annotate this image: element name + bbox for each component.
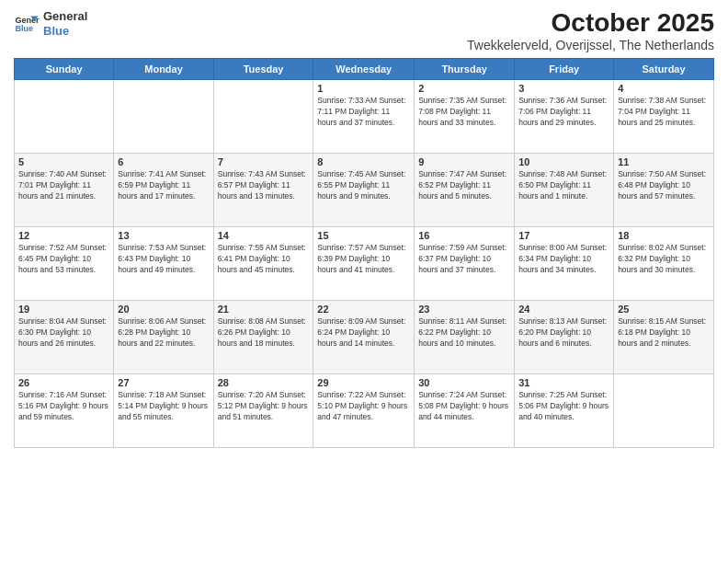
day-info: Sunrise: 7:36 AM Sunset: 7:06 PM Dayligh…	[518, 96, 609, 129]
day-info: Sunrise: 7:16 AM Sunset: 5:16 PM Dayligh…	[18, 390, 109, 423]
day-number: 29	[317, 377, 410, 388]
day-number: 21	[218, 304, 310, 315]
calendar-cell: 7Sunrise: 7:43 AM Sunset: 6:57 PM Daylig…	[213, 153, 313, 226]
day-info: Sunrise: 7:57 AM Sunset: 6:39 PM Dayligh…	[317, 243, 410, 276]
day-info: Sunrise: 7:22 AM Sunset: 5:10 PM Dayligh…	[317, 390, 410, 423]
calendar-header-row: Sunday Monday Tuesday Wednesday Thursday…	[15, 58, 714, 79]
day-info: Sunrise: 7:47 AM Sunset: 6:52 PM Dayligh…	[418, 169, 510, 202]
calendar-cell	[213, 79, 313, 153]
day-number: 13	[118, 230, 209, 241]
day-number: 9	[418, 156, 510, 167]
calendar-cell: 27Sunrise: 7:18 AM Sunset: 5:14 PM Dayli…	[114, 373, 213, 447]
day-info: Sunrise: 8:13 AM Sunset: 6:20 PM Dayligh…	[518, 316, 609, 350]
day-info: Sunrise: 7:25 AM Sunset: 5:06 PM Dayligh…	[518, 390, 609, 423]
calendar-cell: 30Sunrise: 7:24 AM Sunset: 5:08 PM Dayli…	[415, 373, 515, 447]
day-info: Sunrise: 7:24 AM Sunset: 5:08 PM Dayligh…	[418, 390, 510, 423]
logo-general: General	[43, 9, 87, 24]
day-number: 7	[218, 156, 310, 167]
day-number: 2	[418, 83, 510, 94]
day-info: Sunrise: 7:50 AM Sunset: 6:48 PM Dayligh…	[618, 169, 710, 202]
day-info: Sunrise: 8:06 AM Sunset: 6:28 PM Dayligh…	[118, 316, 209, 350]
day-info: Sunrise: 7:45 AM Sunset: 6:55 PM Dayligh…	[317, 169, 410, 202]
calendar-table: Sunday Monday Tuesday Wednesday Thursday…	[14, 58, 714, 448]
calendar-cell	[614, 373, 714, 447]
day-number: 23	[418, 304, 510, 315]
day-number: 16	[418, 230, 510, 241]
calendar-cell: 10Sunrise: 7:48 AM Sunset: 6:50 PM Dayli…	[515, 153, 614, 226]
day-number: 20	[118, 304, 209, 315]
logo-icon: General Blue	[14, 11, 40, 37]
calendar-week-5: 26Sunrise: 7:16 AM Sunset: 5:16 PM Dayli…	[15, 373, 714, 447]
day-number: 19	[18, 304, 109, 315]
day-info: Sunrise: 7:18 AM Sunset: 5:14 PM Dayligh…	[118, 390, 209, 423]
calendar-week-2: 5Sunrise: 7:40 AM Sunset: 7:01 PM Daylig…	[15, 153, 714, 226]
calendar-cell: 1Sunrise: 7:33 AM Sunset: 7:11 PM Daylig…	[313, 79, 415, 153]
day-number: 12	[18, 230, 109, 241]
day-number: 14	[218, 230, 310, 241]
col-friday: Friday	[515, 58, 614, 79]
day-number: 27	[118, 377, 209, 388]
day-info: Sunrise: 7:48 AM Sunset: 6:50 PM Dayligh…	[518, 169, 609, 202]
calendar-cell: 3Sunrise: 7:36 AM Sunset: 7:06 PM Daylig…	[515, 79, 614, 153]
day-info: Sunrise: 8:02 AM Sunset: 6:32 PM Dayligh…	[618, 243, 710, 276]
calendar-week-1: 1Sunrise: 7:33 AM Sunset: 7:11 PM Daylig…	[15, 79, 714, 153]
day-info: Sunrise: 7:43 AM Sunset: 6:57 PM Dayligh…	[218, 169, 310, 202]
day-info: Sunrise: 7:41 AM Sunset: 6:59 PM Dayligh…	[118, 169, 209, 202]
calendar-cell: 14Sunrise: 7:55 AM Sunset: 6:41 PM Dayli…	[213, 226, 313, 300]
calendar-cell	[15, 79, 114, 153]
calendar-cell: 8Sunrise: 7:45 AM Sunset: 6:55 PM Daylig…	[313, 153, 415, 226]
day-number: 4	[618, 83, 710, 94]
day-info: Sunrise: 8:04 AM Sunset: 6:30 PM Dayligh…	[18, 316, 109, 350]
day-number: 11	[618, 156, 710, 167]
day-info: Sunrise: 7:53 AM Sunset: 6:43 PM Dayligh…	[118, 243, 209, 276]
calendar-cell: 15Sunrise: 7:57 AM Sunset: 6:39 PM Dayli…	[313, 226, 415, 300]
calendar-title: October 2025	[467, 9, 714, 38]
calendar-cell: 11Sunrise: 7:50 AM Sunset: 6:48 PM Dayli…	[614, 153, 714, 226]
calendar-cell: 5Sunrise: 7:40 AM Sunset: 7:01 PM Daylig…	[15, 153, 114, 226]
day-info: Sunrise: 7:35 AM Sunset: 7:08 PM Dayligh…	[418, 96, 510, 129]
day-number: 17	[518, 230, 609, 241]
day-info: Sunrise: 7:59 AM Sunset: 6:37 PM Dayligh…	[418, 243, 510, 276]
logo-blue: Blue	[43, 24, 87, 39]
title-block: October 2025 Twekkelerveld, Overijssel, …	[467, 9, 714, 52]
header: General Blue General Blue October 2025 T…	[14, 9, 714, 52]
calendar-cell: 2Sunrise: 7:35 AM Sunset: 7:08 PM Daylig…	[415, 79, 515, 153]
day-info: Sunrise: 8:15 AM Sunset: 6:18 PM Dayligh…	[618, 316, 710, 350]
col-monday: Monday	[114, 58, 213, 79]
page: General Blue General Blue October 2025 T…	[0, 0, 728, 563]
day-info: Sunrise: 8:09 AM Sunset: 6:24 PM Dayligh…	[317, 316, 410, 350]
calendar-cell: 22Sunrise: 8:09 AM Sunset: 6:24 PM Dayli…	[313, 300, 415, 373]
day-info: Sunrise: 8:11 AM Sunset: 6:22 PM Dayligh…	[418, 316, 510, 350]
calendar-cell: 17Sunrise: 8:00 AM Sunset: 6:34 PM Dayli…	[515, 226, 614, 300]
calendar-cell: 6Sunrise: 7:41 AM Sunset: 6:59 PM Daylig…	[114, 153, 213, 226]
calendar-cell: 24Sunrise: 8:13 AM Sunset: 6:20 PM Dayli…	[515, 300, 614, 373]
day-number: 15	[317, 230, 410, 241]
day-number: 1	[317, 83, 410, 94]
day-info: Sunrise: 7:38 AM Sunset: 7:04 PM Dayligh…	[618, 96, 710, 129]
calendar-cell: 28Sunrise: 7:20 AM Sunset: 5:12 PM Dayli…	[213, 373, 313, 447]
day-number: 5	[18, 156, 109, 167]
day-number: 3	[518, 83, 609, 94]
day-info: Sunrise: 7:55 AM Sunset: 6:41 PM Dayligh…	[218, 243, 310, 276]
calendar-cell	[114, 79, 213, 153]
day-info: Sunrise: 7:20 AM Sunset: 5:12 PM Dayligh…	[218, 390, 310, 423]
col-thursday: Thursday	[415, 58, 515, 79]
calendar-cell: 19Sunrise: 8:04 AM Sunset: 6:30 PM Dayli…	[15, 300, 114, 373]
day-number: 8	[317, 156, 410, 167]
day-info: Sunrise: 8:08 AM Sunset: 6:26 PM Dayligh…	[218, 316, 310, 350]
col-tuesday: Tuesday	[213, 58, 313, 79]
day-number: 28	[218, 377, 310, 388]
day-number: 30	[418, 377, 510, 388]
calendar-cell: 21Sunrise: 8:08 AM Sunset: 6:26 PM Dayli…	[213, 300, 313, 373]
day-number: 22	[317, 304, 410, 315]
day-number: 24	[518, 304, 609, 315]
day-number: 18	[618, 230, 710, 241]
calendar-cell: 25Sunrise: 8:15 AM Sunset: 6:18 PM Dayli…	[614, 300, 714, 373]
day-number: 31	[518, 377, 609, 388]
day-info: Sunrise: 8:00 AM Sunset: 6:34 PM Dayligh…	[518, 243, 609, 276]
svg-text:Blue: Blue	[15, 24, 33, 33]
calendar-week-4: 19Sunrise: 8:04 AM Sunset: 6:30 PM Dayli…	[15, 300, 714, 373]
calendar-cell: 12Sunrise: 7:52 AM Sunset: 6:45 PM Dayli…	[15, 226, 114, 300]
calendar-cell: 18Sunrise: 8:02 AM Sunset: 6:32 PM Dayli…	[614, 226, 714, 300]
calendar-cell: 26Sunrise: 7:16 AM Sunset: 5:16 PM Dayli…	[15, 373, 114, 447]
